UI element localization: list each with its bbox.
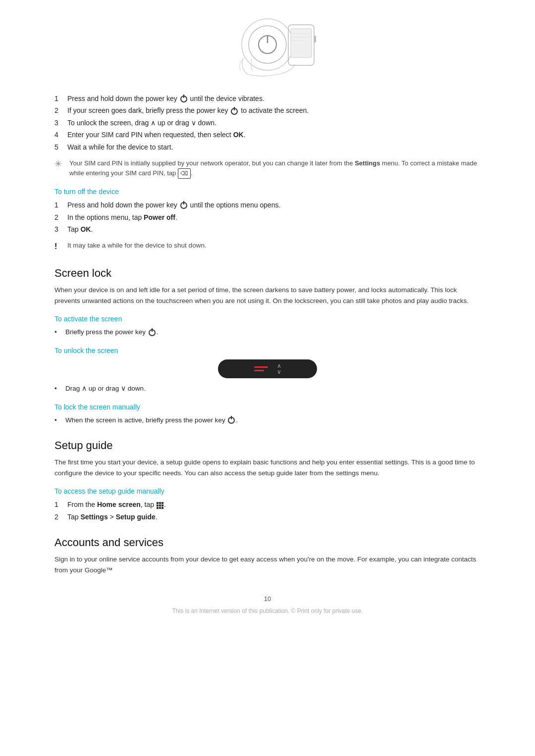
phone-illustration [213,15,322,79]
step-4: 4 Enter your SIM card PIN when requested… [54,129,481,140]
lock-manually-heading: To lock the screen manually [54,403,481,411]
activate-screen-list: Briefly press the power key . [54,327,481,338]
lock-manually-item: When the screen is active, briefly press… [54,415,481,426]
unlock-screen-image: ∧ ∨ [54,359,481,378]
unlock-screen-item: Drag ∧ up or drag ∨ down. [54,383,481,394]
step-2: 2 If your screen goes dark, briefly pres… [54,105,481,116]
unlock-bar: ∧ ∨ [218,359,317,378]
lock-manually-list: When the screen is active, briefly press… [54,415,481,426]
svg-rect-5 [291,29,312,57]
page-content: 1 Press and hold down the power key unti… [54,0,481,644]
unlock-screen-list: Drag ∧ up or drag ∨ down. [54,383,481,394]
screen-lock-body: When your device is on and left idle for… [54,285,481,306]
power-icon-1 [180,96,187,102]
tip-icon: ✳ [54,157,64,179]
accounts-title: Accounts and services [54,536,481,549]
unlock-lines [254,366,268,371]
unlock-arrow: ∧ ∨ [277,363,281,375]
unlock-screen-heading: To unlock the screen [54,347,481,354]
power-icon-2 [231,108,238,115]
svg-rect-14 [159,504,161,506]
setup-guide-title: Setup guide [54,439,481,452]
svg-rect-16 [157,507,159,509]
svg-rect-13 [157,504,159,506]
svg-rect-11 [159,502,161,504]
startup-steps: 1 Press and hold down the power key unti… [54,93,481,152]
page-number: 10 [54,595,481,603]
footer-text: This is an Internet version of this publ… [54,607,481,614]
power-icon-3 [180,202,187,209]
setup-guide-steps: 1 From the Home screen, tap . 2 Tap Sett… [54,499,481,522]
svg-rect-10 [157,502,159,504]
backspace-icon: ⌫ [178,168,191,179]
setup-step-2: 2 Tap Settings > Setup guide. [54,511,481,522]
grid-icon [156,502,164,509]
svg-rect-17 [159,507,161,509]
device-image [54,15,481,79]
turn-off-steps: 1 Press and hold down the power key unti… [54,200,481,235]
activate-screen-heading: To activate the screen [54,315,481,323]
turn-off-heading: To turn off the device [54,188,481,196]
step-1: 1 Press and hold down the power key unti… [54,93,481,104]
warning-icon: ! [54,241,62,253]
turn-off-step-2: 2 In the options menu, tap Power off. [54,212,481,223]
svg-point-0 [242,19,293,70]
access-setup-heading: To access the setup guide manually [54,487,481,495]
screen-lock-title: Screen lock [54,267,481,280]
power-icon-4 [149,329,156,336]
svg-rect-18 [161,507,163,509]
svg-rect-12 [161,502,163,504]
setup-step-1: 1 From the Home screen, tap . [54,499,481,510]
turn-off-step-1: 1 Press and hold down the power key unti… [54,200,481,210]
activate-screen-item: Briefly press the power key . [54,327,481,338]
svg-point-1 [249,26,286,63]
setup-guide-body: The first time you start your device, a … [54,457,481,478]
step-5: 5 Wait a while for the device to start. [54,142,481,152]
power-icon-5 [228,417,235,424]
turn-off-step-3: 3 Tap OK. [54,224,481,235]
warning-note: ! It may take a while for the device to … [54,241,481,253]
step-3: 3 To unlock the screen, drag ∧ up or dra… [54,117,481,128]
tip-note: ✳ Your SIM card PIN is initially supplie… [54,158,481,179]
svg-rect-9 [314,36,316,43]
accounts-body: Sign in to your online service accounts … [54,554,481,575]
svg-rect-15 [161,504,163,506]
